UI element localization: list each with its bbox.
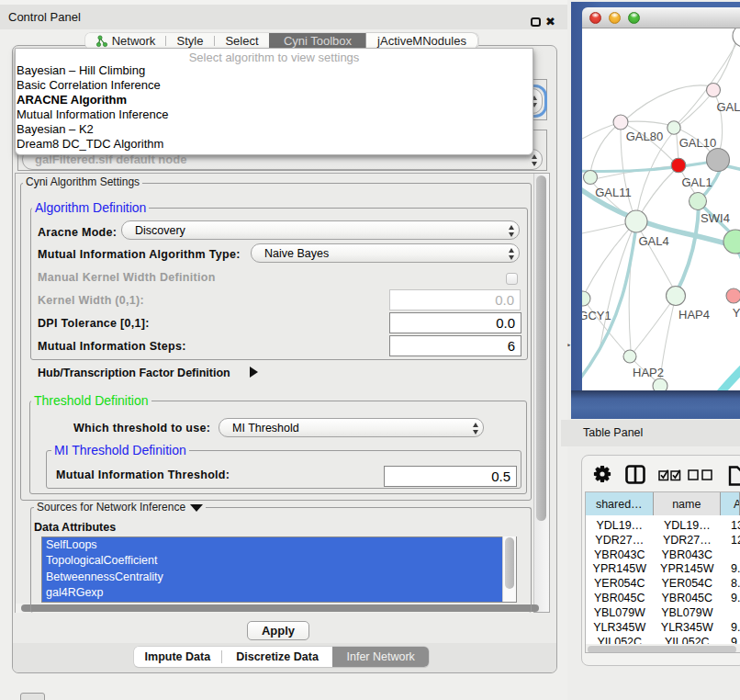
network-edge[interactable]: [704, 363, 740, 390]
document-icon[interactable]: [728, 466, 740, 486]
algorithm-dropdown-item[interactable]: Mutual Information Inference: [16, 107, 533, 122]
network-window-bottom-frame: [571, 390, 740, 419]
table-horizontal-scrollbar-thumb[interactable]: [588, 646, 736, 653]
network-node-GAL11-node[interactable]: [584, 171, 598, 185]
network-edge[interactable]: [590, 122, 621, 173]
aracne-mode-combobox[interactable]: Discovery: [121, 220, 520, 240]
algorithm-dropdown-item[interactable]: Bayesian – K2: [16, 122, 533, 137]
table-cell: [721, 548, 740, 562]
algorithm-definition-title: Algorithm Definition: [32, 201, 149, 215]
table-row[interactable]: YPR145WYPR145W9.: [586, 562, 740, 577]
network-edge[interactable]: [676, 205, 699, 294]
network-edge[interactable]: [636, 223, 674, 289]
table-row[interactable]: YBL079WYBL079W: [586, 605, 740, 620]
algorithm-dropdown-item[interactable]: Basic Correlation Inference: [16, 78, 533, 93]
sources-collapse-arrow-icon[interactable]: [190, 504, 203, 512]
apply-button[interactable]: Apply: [247, 621, 309, 640]
network-node-bottom-partial[interactable]: [653, 378, 667, 390]
network-node-gray-node[interactable]: [707, 149, 730, 172]
tab-cyni-toolbox[interactable]: Cyni Toolbox: [269, 33, 366, 49]
tab-infer-network[interactable]: Infer Network: [332, 647, 429, 667]
network-node-GCY1-node[interactable]: [582, 291, 590, 306]
network-edge[interactable]: [676, 95, 711, 128]
table-row[interactable]: YER054CYER054C8.: [586, 576, 740, 591]
network-icon: [95, 35, 108, 48]
algorithm-dropdown-item[interactable]: Dream8 DC_TDC Algorithm: [16, 137, 533, 152]
table-cell: YDL19…: [654, 518, 722, 533]
table-cell: YER054C: [586, 576, 654, 591]
network-edge[interactable]: [582, 162, 711, 172]
data-attribute-item[interactable]: gal4RGexp: [42, 585, 502, 601]
manual-kernel-checkbox[interactable]: [506, 273, 518, 285]
table-column-header[interactable]: shared…: [586, 492, 654, 515]
gear-icon[interactable]: [593, 465, 611, 483]
network-node-SWI4-node[interactable]: [690, 193, 707, 210]
zoom-traffic-light-icon[interactable]: [628, 12, 640, 24]
network-node-HAP4-node[interactable]: [667, 287, 686, 306]
network-node-GAL2-node[interactable]: [707, 84, 721, 97]
network-canvas[interactable]: GAL2GAL80GAL10GAL1GAL11SWI4GAL4GCY1HAP4Y…: [582, 28, 740, 390]
table-row[interactable]: YLR345WYLR345W9.: [586, 620, 740, 635]
table-cell: YBR045C: [654, 591, 722, 605]
network-edge[interactable]: [621, 130, 636, 221]
network-node-GAL10-node[interactable]: [667, 121, 680, 134]
data-attribute-item[interactable]: SelfLoops: [42, 537, 502, 553]
data-attribute-item[interactable]: TopologicalCoefficient: [42, 553, 502, 569]
algorithm-dropdown-item[interactable]: Bayesian – Hill Climbing: [16, 63, 533, 78]
hub-expand-arrow-icon[interactable]: [250, 367, 258, 378]
taskbar-mini-icon[interactable]: [20, 693, 45, 700]
table-horizontal-scrollbar[interactable]: [586, 644, 740, 653]
network-edge[interactable]: [624, 85, 712, 120]
node-table: shared…nameA YDL19…YDL19…13YDR27…YDR27…1…: [585, 491, 740, 653]
network-node-salmon-node[interactable]: [726, 288, 740, 303]
network-edge[interactable]: [600, 221, 636, 345]
network-edge[interactable]: [582, 123, 619, 139]
combo-arrows-icon: [508, 248, 515, 260]
network-node-GAL1-red-node[interactable]: [671, 158, 686, 173]
network-node-white-partial[interactable]: [733, 28, 740, 47]
table-column-header[interactable]: A: [721, 492, 740, 515]
network-node-bright-green-node[interactable]: [723, 230, 740, 254]
columns-icon[interactable]: [625, 465, 645, 484]
mi-threshold-field[interactable]: 0.5: [384, 466, 517, 487]
table-row[interactable]: YBR043CYBR043C: [586, 548, 740, 562]
network-edge[interactable]: [585, 221, 636, 293]
dpi-tolerance-field[interactable]: 0.0: [389, 312, 521, 333]
which-threshold-combobox[interactable]: MI Threshold: [219, 418, 484, 437]
table-row[interactable]: YBR045CYBR045C9.: [586, 591, 740, 605]
table-column-header[interactable]: name: [654, 492, 722, 515]
tab-network[interactable]: Network: [85, 33, 165, 49]
data-attribute-item[interactable]: BetweennessCentrality: [42, 570, 502, 585]
data-attributes-list[interactable]: SelfLoopsTopologicalCoefficientBetweenne…: [41, 536, 517, 603]
unselect-all-icon[interactable]: [688, 469, 712, 480]
tab-network-label: Network: [112, 34, 156, 48]
network-node-HAP2-node[interactable]: [623, 350, 636, 363]
attributes-scrollbar-thumb[interactable]: [505, 537, 514, 589]
tab-impute-data[interactable]: Impute Data: [134, 647, 221, 667]
mi-type-combobox[interactable]: Naive Bayes: [251, 243, 520, 263]
tab-style[interactable]: Style: [166, 33, 214, 49]
hub-definition-label[interactable]: Hub/Transcription Factor Definition: [38, 367, 230, 379]
network-node-label: GCY1: [582, 309, 611, 322]
network-node-GAL80-node[interactable]: [613, 115, 628, 130]
sources-title-label: Sources for Network Inference: [37, 502, 185, 514]
mi-steps-field[interactable]: 6: [389, 335, 521, 356]
settings-vertical-scrollbar-thumb[interactable]: [536, 175, 546, 521]
network-edge[interactable]: [713, 40, 736, 89]
tab-discretize-data[interactable]: Discretize Data: [222, 647, 333, 667]
network-node-label: GAL4: [638, 234, 668, 248]
float-window-icon[interactable]: [531, 17, 541, 27]
close-traffic-light-icon[interactable]: [589, 12, 601, 24]
table-row[interactable]: YDR27…YDR27…12: [586, 533, 740, 548]
tab-jactivemnodules[interactable]: jActiveMNodules: [366, 33, 477, 49]
tab-select[interactable]: Select: [215, 33, 269, 49]
close-icon[interactable]: ✖: [545, 16, 557, 28]
table-row[interactable]: YIL052CYIL052C9: [586, 635, 740, 644]
kernel-width-field[interactable]: 0.0: [389, 289, 521, 310]
minimize-traffic-light-icon[interactable]: [609, 12, 621, 24]
network-node-GAL4-node[interactable]: [625, 210, 647, 232]
select-all-icon[interactable]: [658, 469, 681, 481]
algorithm-dropdown-item[interactable]: ARACNE Algorithm: [16, 93, 533, 107]
table-row[interactable]: YDL19…YDL19…13: [586, 518, 740, 533]
network-window-titlebar[interactable]: [582, 7, 740, 28]
